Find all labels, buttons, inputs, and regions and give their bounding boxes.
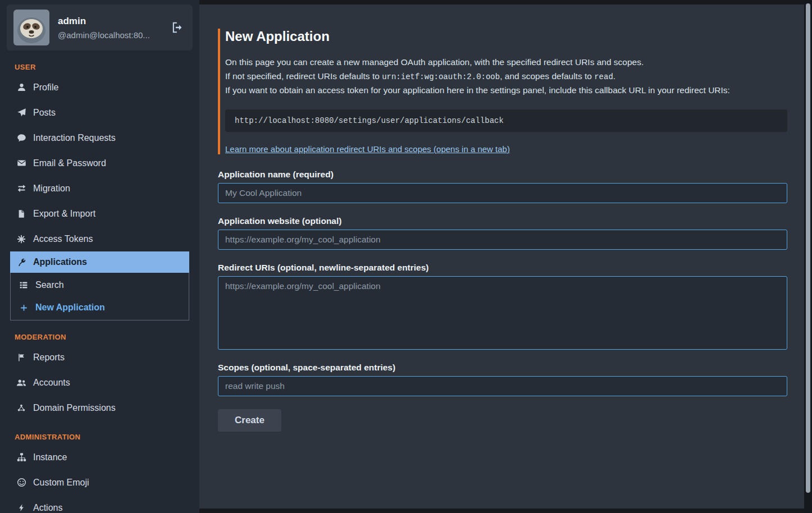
sidebar-item-custom-emoji[interactable]: Custom Emoji [10, 470, 189, 495]
intro-line-2-text: If not specified, redirect URIs defaults… [225, 71, 382, 81]
avatar [13, 10, 49, 45]
asterisk-icon [16, 235, 27, 244]
sidebar-item-instance[interactable]: Instance [10, 445, 189, 470]
application-name-input[interactable] [218, 183, 787, 203]
intro-line-2-text: . [613, 71, 615, 81]
sidebar-nav: USER Profile Posts Interaction Requests … [0, 63, 199, 513]
sidebar-item-label: Applications [33, 257, 87, 267]
new-application-intro: New Application On this page you can cre… [218, 29, 787, 154]
plus-icon [18, 304, 29, 312]
sidebar-item-domain-permissions[interactable]: Domain Permissions [10, 395, 189, 420]
sidebar-item-reports[interactable]: Reports [10, 345, 189, 370]
sidebar-item-posts[interactable]: Posts [10, 100, 189, 125]
user-handle: @admin@localhost:80... [58, 30, 150, 40]
comment-icon [16, 133, 27, 143]
redirect-uris-label: Redirect URIs (optional, newline-separat… [218, 263, 787, 273]
learn-more-link[interactable]: Learn more about application redirect UR… [225, 144, 510, 154]
sidebar-item-actions[interactable]: Actions [10, 495, 189, 513]
sidebar-item-label: Export & Import [33, 209, 95, 219]
sidebar-item-applications[interactable]: Applications [10, 251, 189, 273]
sidebar-item-migration[interactable]: Migration [10, 176, 189, 201]
sidebar-item-accounts[interactable]: Accounts [10, 370, 189, 395]
callback-url-codeblock: http://localhost:8080/settings/user/appl… [225, 109, 787, 132]
flag-icon [16, 353, 27, 362]
tools-icon [16, 258, 27, 267]
sidebar-item-applications-new[interactable]: New Application [11, 296, 189, 319]
envelope-icon [16, 158, 27, 168]
sidebar-item-email-password[interactable]: Email & Password [10, 150, 189, 176]
page-title: New Application [225, 29, 787, 44]
user-card[interactable]: admin @admin@localhost:80... [7, 4, 193, 51]
users-icon [16, 378, 27, 388]
scrollbar-thumb[interactable] [806, 3, 810, 493]
inline-code-read: read [594, 72, 613, 81]
section-heading-user: USER [15, 63, 189, 71]
smile-icon [16, 478, 27, 487]
intro-line-2-text: , and scopes defaults to [500, 71, 594, 81]
sidebar-item-label: Email & Password [33, 158, 106, 168]
sidebar-item-applications-search[interactable]: Search [11, 274, 189, 296]
sidebar-item-label: Domain Permissions [33, 403, 116, 413]
applications-submenu: Search New Application [10, 273, 189, 320]
intro-line-2: If not specified, redirect URIs defaults… [225, 70, 787, 84]
network-dots-icon [16, 404, 27, 413]
new-application-form: Application name (required) Application … [218, 170, 787, 432]
scrollbar-track[interactable] [804, 0, 812, 513]
scopes-label: Scopes (optional, space-separated entrie… [218, 363, 787, 373]
sidebar-item-label: Accounts [33, 378, 70, 388]
section-heading-moderation: MODERATION [15, 333, 189, 341]
user-name: admin [58, 16, 150, 27]
intro-line-1: On this page you can create a new manage… [225, 56, 787, 70]
sidebar-item-access-tokens[interactable]: Access Tokens [10, 226, 189, 251]
sidebar-item-profile[interactable]: Profile [10, 75, 189, 100]
sidebar-item-label: Posts [33, 108, 56, 118]
application-name-label: Application name (required) [218, 170, 787, 180]
sidebar-item-label: Instance [33, 452, 67, 462]
redirect-uris-textarea[interactable] [218, 276, 787, 350]
sidebar-item-label: New Application [35, 303, 105, 313]
sidebar-item-export-import[interactable]: Export & Import [10, 201, 189, 226]
exchange-arrows-icon [16, 184, 27, 193]
sidebar-item-interaction-requests[interactable]: Interaction Requests [10, 125, 189, 150]
sidebar-item-label: Interaction Requests [33, 133, 116, 143]
sign-out-icon[interactable] [171, 21, 184, 34]
sidebar-item-label: Profile [33, 83, 58, 93]
bolt-icon [16, 503, 27, 512]
create-button[interactable]: Create [218, 409, 281, 432]
sidebar-item-label: Search [35, 280, 64, 290]
sidebar: admin @admin@localhost:80... USER Profil… [0, 0, 199, 513]
list-icon [18, 281, 29, 290]
sidebar-item-label: Custom Emoji [33, 478, 89, 488]
sitemap-icon [16, 452, 27, 462]
sidebar-item-label: Migration [33, 184, 70, 194]
user-icon [16, 83, 27, 92]
intro-line-3: If you want to obtain an access token fo… [225, 84, 787, 98]
inline-code-oob: urn:ietf:wg:oauth:2.0:oob [382, 72, 500, 81]
section-heading-administration: ADMINISTRATION [15, 433, 189, 441]
scopes-input[interactable] [218, 376, 787, 396]
sidebar-item-label: Reports [33, 352, 65, 363]
sidebar-item-label: Access Tokens [33, 234, 93, 244]
main-content: New Application On this page you can cre… [199, 4, 804, 509]
file-export-icon [16, 209, 27, 218]
application-website-input[interactable] [218, 230, 787, 250]
sidebar-item-label: Actions [33, 503, 62, 513]
paper-plane-icon [16, 108, 27, 117]
user-info: admin @admin@localhost:80... [58, 16, 150, 40]
application-website-label: Application website (optional) [218, 216, 787, 226]
